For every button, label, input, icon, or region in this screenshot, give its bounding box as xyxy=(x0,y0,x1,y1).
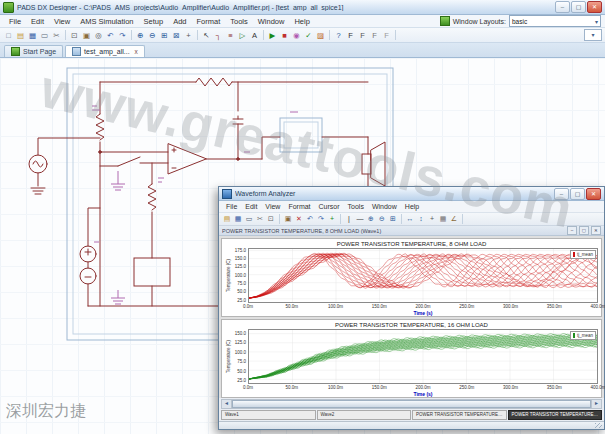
stop-simulation-icon[interactable]: ■ xyxy=(279,30,290,41)
scroll-left-icon[interactable]: ◄ xyxy=(222,400,232,408)
menu-format[interactable]: Format xyxy=(191,17,225,26)
waveform-plot-16ohm[interactable] xyxy=(249,330,597,383)
save-icon[interactable]: ▦ xyxy=(233,214,243,224)
zoom-area-icon[interactable]: ⊠ xyxy=(171,30,182,41)
wave-tab-power-transistor-temperature-16-ohm-load[interactable]: POWER TRANSISTOR TEMPERATURE, 16 OHM LOA… xyxy=(508,410,603,420)
scrollbar-thumb[interactable] xyxy=(232,400,591,408)
plot-area-16ohm[interactable]: tj_mean xyxy=(248,329,598,384)
cut-icon[interactable]: ✂ xyxy=(255,214,265,224)
tab-close-icon[interactable]: x xyxy=(135,48,138,55)
scroll-right-icon[interactable]: ► xyxy=(591,400,601,408)
tab-test-amp-all[interactable]: test_amp_all... x xyxy=(65,45,145,57)
menu-window[interactable]: Window xyxy=(253,17,290,26)
main-titlebar[interactable]: PADS DX Designer - C:\PADS_AMS_projects\… xyxy=(0,0,605,15)
menu-add[interactable]: Add xyxy=(168,17,191,26)
wave-minimize-button[interactable]: – xyxy=(554,188,569,200)
minimize-button[interactable]: – xyxy=(555,1,570,13)
wave-menu-file[interactable]: File xyxy=(222,203,241,210)
find-icon[interactable]: ◎ xyxy=(93,30,104,41)
copy-icon[interactable]: ⊡ xyxy=(69,30,80,41)
wave-tab-wave2[interactable]: Wave2 xyxy=(317,410,412,420)
wave-close-button[interactable]: ✕ xyxy=(586,188,601,200)
menu-tools[interactable]: Tools xyxy=(225,17,253,26)
add-waveform-icon[interactable]: + xyxy=(327,214,337,224)
delete-icon[interactable]: ✕ xyxy=(294,214,304,224)
run-simulation-icon[interactable]: ▶ xyxy=(267,30,278,41)
load-resistor[interactable] xyxy=(148,184,156,210)
zoom-y-icon[interactable]: ↕ xyxy=(416,214,426,224)
supply-sources[interactable] xyxy=(80,208,100,306)
close-button[interactable]: ✕ xyxy=(587,1,602,13)
resize-grip[interactable] xyxy=(595,423,602,428)
wave-menu-window[interactable]: Window xyxy=(368,203,401,210)
output-stage-block[interactable] xyxy=(280,118,322,152)
select-cursor-icon[interactable]: ↖ xyxy=(201,30,212,41)
format-underline-icon[interactable]: F xyxy=(369,30,380,41)
undo-icon[interactable]: ↶ xyxy=(105,30,116,41)
horizontal-cursor-icon[interactable]: — xyxy=(355,214,365,224)
help-icon[interactable]: ? xyxy=(333,30,344,41)
wave-menu-cursor[interactable]: Cursor xyxy=(315,203,344,210)
cut-icon[interactable]: ✂ xyxy=(51,30,62,41)
child-minimize-button[interactable]: – xyxy=(567,226,577,235)
zoom-x-icon[interactable]: ↔ xyxy=(405,214,415,224)
format-style-icon[interactable]: F xyxy=(381,30,392,41)
add-text-icon[interactable]: A xyxy=(249,30,260,41)
wave-maximize-button[interactable]: ▢ xyxy=(570,188,585,200)
menu-help[interactable]: Help xyxy=(289,17,314,26)
menu-file[interactable]: File xyxy=(4,17,26,26)
new-sheet-icon[interactable]: □ xyxy=(3,30,14,41)
waveform-plot-8ohm[interactable] xyxy=(249,249,597,302)
opamp[interactable] xyxy=(100,144,206,174)
paste-icon[interactable]: ▣ xyxy=(81,30,92,41)
wave-menu-view[interactable]: View xyxy=(261,203,284,210)
open-icon[interactable]: ▤ xyxy=(222,214,232,224)
save-icon[interactable]: ▦ xyxy=(27,30,38,41)
menu-edit[interactable]: Edit xyxy=(26,17,49,26)
paste-icon[interactable]: ▣ xyxy=(283,214,293,224)
redo-icon[interactable]: ↷ xyxy=(117,30,128,41)
vertical-cursor-icon[interactable]: | xyxy=(344,214,354,224)
compensation-capacitor[interactable] xyxy=(233,116,243,124)
grid-icon[interactable]: ▦ xyxy=(438,214,448,224)
add-component-icon[interactable]: ▷ xyxy=(237,30,248,41)
print-icon[interactable]: ▭ xyxy=(244,214,254,224)
bias-block[interactable] xyxy=(134,258,170,286)
add-wire-icon[interactable]: ┐ xyxy=(213,30,224,41)
ground-symbol[interactable] xyxy=(111,171,125,190)
zoom-in-icon[interactable]: ⊕ xyxy=(366,214,376,224)
copy-icon[interactable]: ⊡ xyxy=(266,214,276,224)
output-net-wire[interactable] xyxy=(206,82,262,159)
zoom-out-icon[interactable]: ⊖ xyxy=(147,30,158,41)
color-scheme-icon[interactable]: ▨ xyxy=(315,30,326,41)
zoom-out-icon[interactable]: ⊖ xyxy=(377,214,387,224)
menu-view[interactable]: View xyxy=(49,17,75,26)
wave-tab-wave1[interactable]: Wave1 xyxy=(221,410,316,420)
measure-icon[interactable]: ∠ xyxy=(449,214,459,224)
menu-setup[interactable]: Setup xyxy=(139,17,169,26)
format-italic-icon[interactable]: F xyxy=(357,30,368,41)
open-project-icon[interactable]: ▤ xyxy=(15,30,26,41)
ground-symbol[interactable] xyxy=(111,290,125,304)
probe-icon[interactable]: ◉ xyxy=(291,30,302,41)
undo-icon[interactable]: ↶ xyxy=(305,214,315,224)
toolbar-dropdown[interactable]: ▾ xyxy=(584,29,602,41)
input-resistor[interactable] xyxy=(96,114,104,140)
wave-menu-format[interactable]: Format xyxy=(284,203,314,210)
feedback-resistor[interactable] xyxy=(196,78,232,86)
wave-menu-tools[interactable]: Tools xyxy=(344,203,368,210)
tab-start-page[interactable]: Start Page xyxy=(4,45,63,57)
maximize-button[interactable]: ▢ xyxy=(571,1,586,13)
window-layouts-select[interactable]: basic ▾ xyxy=(509,15,601,27)
child-close-button[interactable]: ✕ xyxy=(591,226,601,235)
pan-icon[interactable]: + xyxy=(427,214,437,224)
wave-child-titlebar[interactable]: POWER TRANSISTOR TEMPERATURE, 8 OHM LOAD… xyxy=(219,226,604,236)
wave-menu-edit[interactable]: Edit xyxy=(241,203,261,210)
wave-titlebar[interactable]: Waveform Analyzer – ▢ ✕ xyxy=(219,187,604,201)
zoom-fit-icon[interactable]: ⊞ xyxy=(159,30,170,41)
zoom-in-icon[interactable]: ⊕ xyxy=(135,30,146,41)
zoom-full-icon[interactable]: ⊞ xyxy=(388,214,398,224)
print-icon[interactable]: ▭ xyxy=(39,30,50,41)
redo-icon[interactable]: ↷ xyxy=(316,214,326,224)
add-bus-icon[interactable]: ≡ xyxy=(225,30,236,41)
